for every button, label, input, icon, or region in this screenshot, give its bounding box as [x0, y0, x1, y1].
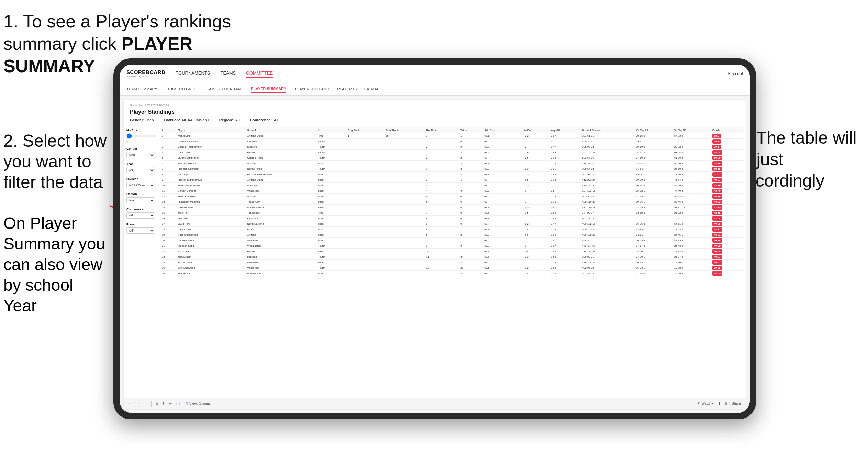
filter-sidebar-conference: Conference (All)	[126, 208, 155, 219]
nav-right: | Sign out	[726, 71, 743, 76]
card-header: Update time: 27/03/2024 16:56:26 Player …	[124, 100, 746, 125]
table-row[interactable]: 18Luke PowellUCLAFirst4169.1-1.81.13500-…	[160, 227, 744, 232]
col-adj-score: Adj. Score	[482, 127, 523, 133]
toolbar-right: 👁 Watch ▾ ⬆ ⊞ Share	[697, 402, 741, 405]
col-no-rds: No. Rds.	[424, 127, 459, 133]
subnav-team-summary[interactable]: TEAM SUMMARY	[126, 86, 157, 92]
table-row[interactable]: 15Jake HallTennesseeFifth7068.6-1.51.663…	[160, 210, 744, 216]
view-btn[interactable]: 📋 View: Original	[184, 402, 210, 405]
nav-committee[interactable]: COMMITTEE	[246, 69, 273, 78]
clock-btn[interactable]: 🕐	[176, 402, 180, 405]
download-btn[interactable]: ⬇	[162, 402, 165, 405]
nav-links: TOURNAMENTS TEAMS COMMITTEE	[176, 69, 725, 78]
filter-sidebar-year: Year (All) First Second Third Fourth Fif…	[126, 162, 155, 173]
sign-out-link[interactable]: | Sign out	[726, 71, 743, 76]
standings-table: # Player School Yr Reg Rank Conf Rank No…	[160, 127, 744, 276]
filters-row: Gender: Men Division: NCAA Division I Re…	[130, 118, 739, 122]
col-player: Player	[176, 127, 245, 133]
instruction-step2: 2. Select how you want to filter the dat…	[3, 131, 110, 192]
table-row[interactable]: 1Wenyi DingArizona StateFirst1151167.1-3…	[160, 133, 744, 139]
no-rds-slider[interactable]	[126, 133, 155, 139]
table-row[interactable]: 12Brendan ValdesAuburnFifth4068.4-1.11.7…	[160, 194, 744, 199]
filter-sidebar-player: Player (All)	[126, 223, 155, 234]
table-row[interactable]: 14Maxwell FordNorth CarolinaThird2069.1-…	[160, 205, 744, 210]
filter-sidebar-division: Division NCAA Division I	[126, 177, 155, 188]
nav-teams[interactable]: TEAMS	[221, 69, 236, 78]
table-row[interactable]: 16Alex GoffKentuckyFifth8068.3-1.71.9246…	[160, 216, 744, 221]
copy-btn[interactable]: ⧉	[156, 402, 158, 406]
subnav-player-h2h-heatmap[interactable]: PLAYER H2H HEATMAP	[337, 86, 379, 92]
conference-select[interactable]: (All)	[126, 212, 155, 219]
card-title: Player Standings	[130, 109, 739, 115]
subnav-player-summary[interactable]: PLAYER SUMMARY	[251, 85, 286, 93]
main-content: Update time: 27/03/2024 16:56:26 Player …	[120, 96, 750, 413]
content-card: Update time: 27/03/2024 16:56:26 Player …	[124, 100, 746, 409]
app-title: SCOREBOARD	[126, 69, 165, 75]
col-to-par: to Par	[523, 127, 549, 133]
table-row[interactable]: 23Jack LundinMissouriFourth112468.6-2.31…	[160, 254, 744, 260]
table-row[interactable]: 3Michael ThorbjornsenStanfordFourth2068.…	[160, 144, 744, 150]
nav-fwd-btn[interactable]: →	[136, 402, 140, 405]
filter-division: Division: NCAA Division I	[164, 118, 209, 122]
col-school: School	[246, 127, 316, 133]
nav-tournaments[interactable]: TOURNAMENTS	[176, 69, 210, 78]
share-btn[interactable]: Share	[732, 402, 741, 405]
col-avg-sg: Avg SG	[549, 127, 580, 133]
subnav-team-h2h-grid[interactable]: TEAM H2H GRID	[166, 86, 196, 92]
division-select[interactable]: NCAA Division I	[126, 182, 155, 188]
table-row[interactable]: 5Christo LamprechtGeorgia TechFourth2268…	[160, 155, 744, 161]
player-select[interactable]: (All)	[126, 227, 155, 234]
gender-select[interactable]: Men	[126, 152, 155, 158]
filter-sidebar-region: Region N/A All	[126, 192, 155, 203]
bottom-toolbar: ← → → ⧉ ⬇ ··· 🕐 📋 View: Original 👁 Watch…	[124, 398, 746, 409]
filter-conference: Conference: All	[250, 118, 278, 122]
col-wins: Wins	[459, 127, 482, 133]
instruction-step3: 3. The table will adjust accordingly	[737, 127, 861, 192]
table-row[interactable]: 22Ian GilliganFloridaThird10168.7-0.81.4…	[160, 249, 744, 254]
col-rank: #	[160, 127, 176, 133]
nav-back-btn[interactable]: ←	[129, 402, 132, 405]
table-row[interactable]: 25Cole SherwoodVanderbiltFourth122369.1-…	[160, 265, 744, 271]
filter-gender: Gender: Men	[130, 118, 154, 122]
table-row[interactable]: 11Gordon SargentVanderbiltThird4068.7-11…	[160, 188, 744, 194]
grid-btn[interactable]: ⊞	[725, 402, 727, 405]
subnav-player-h2h-grid[interactable]: PLAYER H2H GRID	[295, 86, 329, 92]
toolbar-sep1	[151, 401, 152, 407]
table-row[interactable]: 2Michael Le SassoOle MissSecond1067-2.73…	[160, 139, 744, 144]
tablet-device: SCOREBOARD Powered by dippd TOURNAMENTS …	[113, 58, 756, 419]
table-area: # Player School Yr Reg Rank Conf Rank No…	[158, 125, 746, 398]
export-btn[interactable]: ⬆	[718, 402, 721, 405]
sub-navbar: TEAM SUMMARY TEAM H2H GRID TEAM H2H HEAT…	[120, 82, 750, 96]
region-select[interactable]: N/A All	[126, 197, 155, 203]
col-vs50: Vs Top 50	[672, 127, 711, 133]
table-row[interactable]: 17David FordNorth CarolinaThird9069-0.21…	[160, 221, 744, 227]
table-row[interactable]: 13Phichaksn MaichonTexas A&MThird6069-11…	[160, 199, 744, 205]
col-vs25: Vs Top 25	[634, 127, 672, 133]
table-row[interactable]: 4Luke ClatonFloridaSecond1268.2-1.61.985…	[160, 150, 744, 155]
filter-sidebar-gender: Gender Men	[126, 147, 155, 158]
table-row[interactable]: 19Tiger ChristensenArizonaThird5269.2-0.…	[160, 232, 744, 238]
watch-btn[interactable]: 👁 Watch ▾	[697, 402, 714, 405]
app-logo: SCOREBOARD Powered by dippd	[126, 69, 165, 78]
more-btn[interactable]: ···	[169, 402, 172, 405]
table-row[interactable]: 24Bastien AmatNew MexicoFourth12769.4-1.…	[160, 260, 744, 265]
app-navbar: SCOREBOARD Powered by dippd TOURNAMENTS …	[120, 65, 750, 82]
col-points: Points	[711, 127, 744, 133]
table-row[interactable]: 9Preston SummerhaysArizona StateThird316…	[160, 177, 744, 183]
instruction-bottom: On Player Summary you can also view by s…	[3, 213, 110, 316]
table-row[interactable]: 20Matthew RiedelVanderbiltFifth5168.6-1.…	[160, 238, 744, 243]
table-row[interactable]: 21Taehoon SongWashingtonFourth1069.3-10.…	[160, 243, 744, 249]
col-yr: Yr	[316, 127, 346, 133]
year-select[interactable]: (All) First Second Third Fourth Fifth	[126, 167, 155, 173]
table-row[interactable]: 8Mats EgeEast Tennessee StateFifth1268.3…	[160, 172, 744, 177]
filter-no-rds: No Rds. 0	[126, 129, 155, 143]
col-overall-record: Overall Record	[580, 127, 634, 133]
update-time: Update time: 27/03/2024 16:56:26	[130, 104, 739, 107]
table-row[interactable]: 6Jackson KoivunAuburnFirst2367.3-22.7267…	[160, 161, 744, 166]
nav-fwd2-btn[interactable]: →	[144, 402, 147, 405]
powered-by: Powered by dippd	[126, 75, 165, 78]
subnav-team-h2h-heatmap[interactable]: TEAM H2H HEATMAP	[204, 86, 242, 92]
table-row[interactable]: 7Nicholas GabrelcikNorth FloridaFourth12…	[160, 166, 744, 172]
table-row[interactable]: 10Jacob Skov OlesenArkansasFifth0168.4-1…	[160, 183, 744, 188]
table-row[interactable]: 26Petr HrubyWashingtonFifth72568.6-1.81.…	[160, 271, 744, 276]
